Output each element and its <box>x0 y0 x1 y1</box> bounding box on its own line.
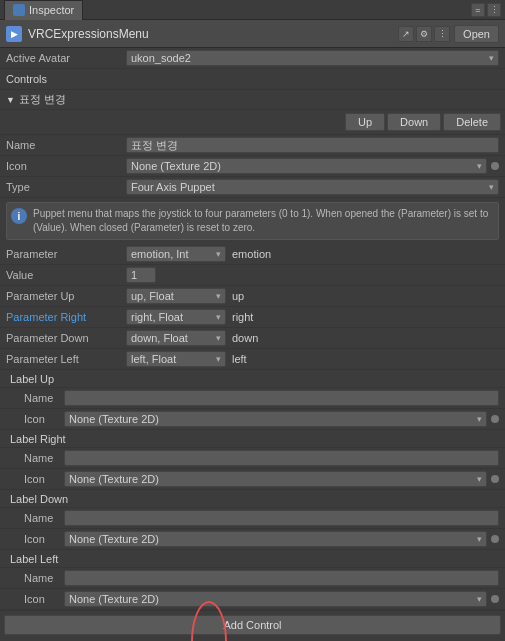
param-left-text: left <box>232 353 247 365</box>
parameter-dropdown[interactable]: emotion, Int <box>126 246 226 262</box>
label-right-icon-label: Icon <box>24 473 64 485</box>
param-down-dropdown[interactable]: down, Float <box>126 330 226 346</box>
label-right-name-row: Name <box>0 448 505 469</box>
label-left-icon-value: None (Texture 2D) <box>69 593 475 605</box>
label-down-name-input[interactable] <box>64 510 499 526</box>
info-box: i Puppet menu that maps the joystick to … <box>6 202 499 240</box>
down-button[interactable]: Down <box>387 113 441 131</box>
delete-button[interactable]: Delete <box>443 113 501 131</box>
label-left-title: Label Left <box>10 553 58 565</box>
label-down-icon-label: Icon <box>24 533 64 545</box>
label-up-section: Label Up <box>0 370 505 388</box>
parameter-dropdown-value: emotion, Int <box>131 248 216 260</box>
component-settings-btn[interactable]: ⚙ <box>416 26 432 42</box>
add-control-row: Add Control <box>0 610 505 639</box>
icon-label: Icon <box>6 160 126 172</box>
label-right-icon-dropdown[interactable]: None (Texture 2D) <box>64 471 487 487</box>
param-up-dropdown[interactable]: up, Float <box>126 288 226 304</box>
component-header: ▶ VRCExpressionsMenu ↗ ⚙ ⋮ Open <box>0 20 505 48</box>
component-icon: ▶ <box>6 26 22 42</box>
param-right-label: Parameter Right <box>6 311 126 323</box>
label-left-dot <box>491 595 499 603</box>
param-down-row: Parameter Down down, Float down <box>0 328 505 349</box>
label-down-dot <box>491 535 499 543</box>
label-up-icon-value: None (Texture 2D) <box>69 413 475 425</box>
label-left-icon-dropdown[interactable]: None (Texture 2D) <box>64 591 487 607</box>
label-right-icon-row: Icon None (Texture 2D) <box>0 469 505 490</box>
group-title-row[interactable]: ▼ 표정 변경 <box>0 90 505 110</box>
label-down-icon-row: Icon None (Texture 2D) <box>0 529 505 550</box>
label-up-icon-dropdown[interactable]: None (Texture 2D) <box>64 411 487 427</box>
label-up-name-row: Name <box>0 388 505 409</box>
icon-row: Icon None (Texture 2D) <box>0 156 505 177</box>
info-text: Puppet menu that maps the joystick to fo… <box>33 207 494 235</box>
param-left-dropdown[interactable]: left, Float <box>126 351 226 367</box>
label-up-name-input[interactable] <box>64 390 499 406</box>
info-icon: i <box>11 208 27 224</box>
open-button[interactable]: Open <box>454 25 499 43</box>
param-up-dropdown-value: up, Float <box>131 290 216 302</box>
parameter-label: Parameter <box>6 248 126 260</box>
param-left-row: Parameter Left left, Float left <box>0 349 505 370</box>
label-right-icon-value: None (Texture 2D) <box>69 473 475 485</box>
icon-value: None (Texture 2D) <box>131 160 475 172</box>
label-left-section: Label Left <box>0 550 505 568</box>
label-left-name-row: Name <box>0 568 505 589</box>
label-right-title: Label Right <box>10 433 66 445</box>
label-down-section: Label Down <box>0 490 505 508</box>
param-down-label: Parameter Down <box>6 332 126 344</box>
group-name: 표정 변경 <box>19 92 66 107</box>
label-up-icon-row: Icon None (Texture 2D) <box>0 409 505 430</box>
param-up-text: up <box>232 290 244 302</box>
parameter-row: Parameter emotion, Int emotion <box>0 244 505 265</box>
param-right-dropdown[interactable]: right, Float <box>126 309 226 325</box>
type-value: Four Axis Puppet <box>131 181 487 193</box>
label-up-title: Label Up <box>10 373 54 385</box>
add-control-button[interactable]: Add Control <box>4 615 501 635</box>
label-right-name-input[interactable] <box>64 450 499 466</box>
value-row: Value <box>0 265 505 286</box>
name-input[interactable] <box>126 137 499 153</box>
label-down-icon-dropdown[interactable]: None (Texture 2D) <box>64 531 487 547</box>
up-button[interactable]: Up <box>345 113 385 131</box>
param-up-label: Parameter Up <box>6 290 126 302</box>
label-left-name-label: Name <box>24 572 64 584</box>
active-avatar-row: Active Avatar ukon_sode2 <box>0 48 505 69</box>
type-row: Type Four Axis Puppet <box>0 177 505 198</box>
label-down-name-row: Name <box>0 508 505 529</box>
component-open-external-btn[interactable]: ↗ <box>398 26 414 42</box>
title-bar-menu-btn[interactable]: = <box>471 3 485 17</box>
component-icon-symbol: ▶ <box>11 29 18 39</box>
label-left-icon-label: Icon <box>24 593 64 605</box>
component-more-btn[interactable]: ⋮ <box>434 26 450 42</box>
name-row: Name <box>0 135 505 156</box>
title-bar-more-btn[interactable]: ⋮ <box>487 3 501 17</box>
type-dropdown[interactable]: Four Axis Puppet <box>126 179 499 195</box>
active-avatar-value: ukon_sode2 <box>131 52 487 64</box>
label-right-section: Label Right <box>0 430 505 448</box>
active-avatar-label: Active Avatar <box>6 52 126 64</box>
inspector-tab-icon <box>13 4 25 16</box>
inspector-tab-label: Inspector <box>29 4 74 16</box>
value-input[interactable] <box>126 267 156 283</box>
value-label: Value <box>6 269 126 281</box>
name-label: Name <box>6 139 126 151</box>
param-right-dropdown-value: right, Float <box>131 311 216 323</box>
component-buttons: ↗ ⚙ ⋮ <box>398 26 450 42</box>
parameter-text-value: emotion <box>232 248 271 260</box>
param-down-dropdown-value: down, Float <box>131 332 216 344</box>
label-up-name-label: Name <box>24 392 64 404</box>
active-avatar-dropdown[interactable]: ukon_sode2 <box>126 50 499 66</box>
label-right-dot <box>491 475 499 483</box>
param-right-row: Parameter Right right, Float right <box>0 307 505 328</box>
label-right-name-label: Name <box>24 452 64 464</box>
label-left-name-input[interactable] <box>64 570 499 586</box>
param-left-dropdown-value: left, Float <box>131 353 216 365</box>
param-up-row: Parameter Up up, Float up <box>0 286 505 307</box>
inspector-tab[interactable]: Inspector <box>4 0 83 20</box>
controls-header: Controls <box>0 69 505 90</box>
toolbar: Up Down Delete <box>0 110 505 135</box>
icon-dropdown[interactable]: None (Texture 2D) <box>126 158 487 174</box>
label-up-dot <box>491 415 499 423</box>
label-down-name-label: Name <box>24 512 64 524</box>
